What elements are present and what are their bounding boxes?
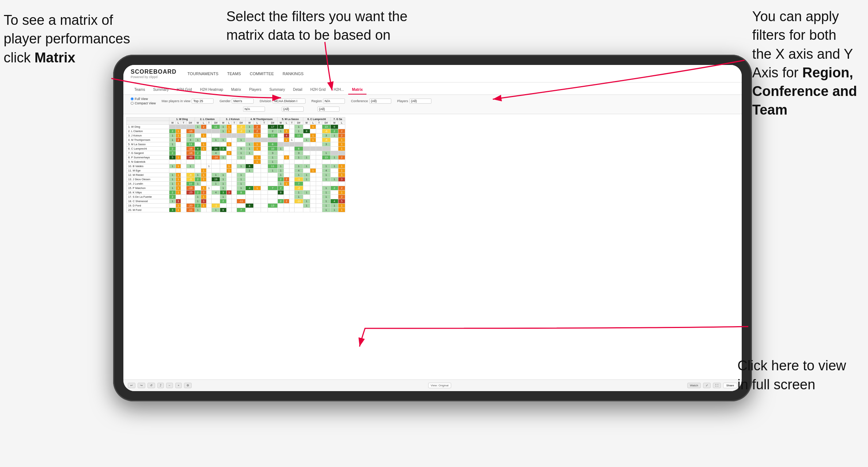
matrix-cell: [295, 204, 303, 208]
matrix-cell: [169, 204, 176, 208]
matrix-cell: [316, 199, 322, 204]
matrix-cell: [268, 182, 277, 186]
matrix-cell: [232, 169, 237, 173]
tab-summary2[interactable]: Summary: [266, 85, 289, 94]
tab-detail[interactable]: Detail: [289, 85, 306, 94]
matrix-cell: [181, 173, 186, 177]
matrix-cell: [289, 186, 295, 190]
region2-select[interactable]: N/A: [243, 107, 265, 112]
matrix-cell-diagonal: [277, 142, 284, 147]
players2-select[interactable]: (All): [318, 107, 339, 112]
matrix-cell: 1: [176, 164, 181, 169]
view-radio-group: Full View Compact View: [131, 97, 156, 105]
tab-h2h-grid[interactable]: H2H Grid: [173, 85, 196, 94]
matrix-cell: 1: [338, 169, 345, 173]
matrix-cell-diagonal: [201, 129, 206, 134]
full-view-radio[interactable]: Full View: [131, 97, 156, 101]
nav-tournaments[interactable]: TOURNAMENTS: [188, 72, 219, 76]
matrix-cell: [330, 142, 338, 147]
compact-view-radio[interactable]: Compact View: [131, 101, 156, 105]
settings-btn[interactable]: ⚙: [184, 383, 192, 388]
matrix-cell: [289, 164, 295, 169]
matrix-cell: [303, 134, 310, 138]
matrix-cell: 1: [169, 164, 176, 169]
row-label: 20. M Ford: [127, 208, 169, 212]
matrix-cell: [206, 138, 212, 142]
players-select[interactable]: (All): [410, 99, 431, 104]
matrix-cell: [316, 160, 322, 164]
matrix-cell: [261, 182, 268, 186]
matrix-cell: [303, 151, 310, 155]
matrix-cell: [303, 195, 310, 199]
matrix-cell: [316, 195, 322, 199]
gender-select[interactable]: Men's: [232, 99, 254, 104]
matrix-cell: [181, 138, 186, 142]
matrix-cell-diagonal: [303, 147, 310, 151]
matrix-cell-diagonal: [289, 142, 295, 147]
matrix-cell: 1: [220, 177, 226, 182]
matrix-cell: 2: [169, 195, 176, 199]
matrix-cell: 1: [303, 199, 310, 204]
matrix-cell: [284, 160, 289, 164]
tab-h2h-heatmap[interactable]: H2H Heatmap: [196, 85, 227, 94]
plus-btn[interactable]: +: [175, 383, 182, 388]
share-btn[interactable]: Share: [723, 383, 737, 388]
nav-rankings[interactable]: RANKINGS: [283, 72, 303, 76]
tab-players[interactable]: Players: [246, 85, 265, 94]
matrix-cell: 4: [212, 190, 220, 195]
matrix-cell: [310, 129, 316, 134]
matrix-cell: 1: [245, 151, 254, 155]
conference2-select[interactable]: (All): [282, 107, 304, 112]
matrix-cell: 2: [169, 151, 176, 155]
annotation-topleft: To see a matrix of player performances c…: [4, 11, 130, 67]
matrix-cell: 1: [289, 138, 295, 142]
redo-btn[interactable]: ↪: [138, 383, 145, 388]
matrix-cell: -2: [237, 125, 245, 129]
matrix-cell: [289, 204, 295, 208]
matrix-cell: 1: [322, 204, 330, 208]
matrix-cell: [220, 160, 226, 164]
watch-btn[interactable]: Watch: [687, 383, 700, 388]
fullscreen-btn[interactable]: ⛶: [713, 383, 721, 388]
conference-select[interactable]: (All): [369, 99, 391, 104]
reset-btn[interactable]: ↺: [147, 383, 155, 388]
screen-btn[interactable]: ⤢: [703, 383, 711, 388]
matrix-cell: [237, 160, 245, 164]
tab-teams[interactable]: Teams: [131, 85, 149, 94]
matrix-cell: [277, 138, 284, 142]
matrix-cell: [322, 160, 330, 164]
tab-matrix-active[interactable]: Matrix: [348, 85, 366, 94]
row-label: 5. M La Sasso: [127, 142, 169, 147]
matrix-cell: 1: [277, 173, 284, 177]
region-select[interactable]: N/A: [323, 99, 345, 104]
nav-committee[interactable]: COMMITTEE: [250, 72, 274, 76]
col-c-lamprecht: 6. C Lamprecht: [303, 117, 330, 121]
max-players-select[interactable]: Top 25: [192, 99, 214, 104]
tab-matrix[interactable]: Matrix: [227, 85, 245, 94]
tab-h2h2[interactable]: H2H...: [330, 85, 347, 94]
matrix-cell: [226, 138, 232, 142]
tab-h2h-grid2[interactable]: H2H Grid: [307, 85, 329, 94]
matrix-cell: 1: [303, 173, 310, 177]
matrix-area[interactable]: 1. W Ding 2. L Clanton 3. J Koivun 4. M …: [123, 114, 742, 379]
matrix-cell: -16: [186, 129, 195, 134]
matrix-cell: 1: [176, 182, 181, 186]
matrix-cell: [201, 164, 206, 169]
tab-summary[interactable]: Summary: [149, 85, 172, 94]
share-icon-btn[interactable]: ⤴: [157, 383, 164, 388]
matrix-cell: [310, 151, 316, 155]
matrix-cell: 1: [268, 155, 277, 160]
matrix-cell: [201, 160, 206, 164]
matrix-cell: 1: [295, 195, 303, 199]
matrix-cell: [232, 155, 237, 160]
minus-btn[interactable]: −: [166, 383, 173, 388]
matrix-cell: 7: [295, 182, 303, 186]
undo-btn[interactable]: ↩: [128, 383, 135, 388]
matrix-cell: [330, 190, 338, 195]
matrix-cell: 2: [338, 129, 345, 134]
matrix-cell-diagonal: [212, 129, 220, 134]
matrix-cell: [206, 190, 212, 195]
division-select[interactable]: NCAA Division I: [273, 99, 306, 104]
matrix-cell: 2: [195, 151, 201, 155]
nav-teams[interactable]: TEAMS: [227, 72, 241, 76]
